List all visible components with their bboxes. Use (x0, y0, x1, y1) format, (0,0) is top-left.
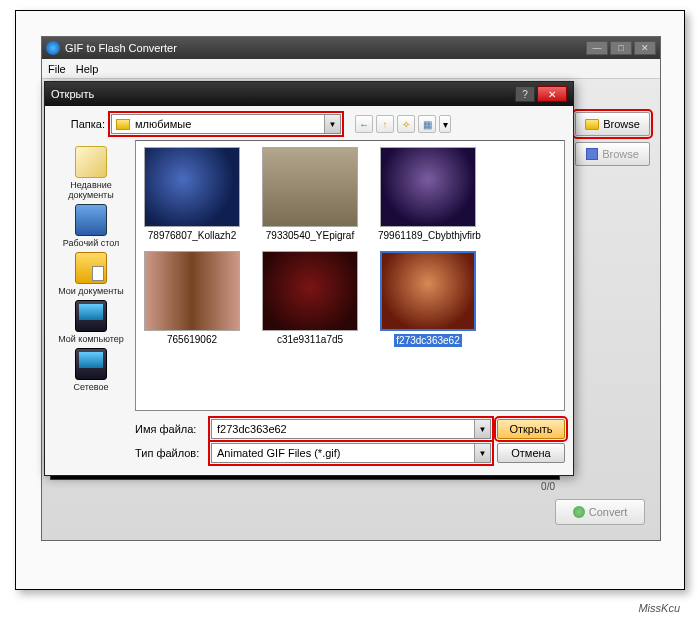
app-menubar: File Help (42, 59, 660, 79)
app-titlebar[interactable]: GIF to Flash Converter — □ ✕ (42, 37, 660, 59)
filename-label: Имя файла: (135, 423, 205, 435)
look-in-combo[interactable]: млюбимые ▼ (111, 114, 341, 134)
chevron-down-icon[interactable]: ▼ (474, 420, 490, 438)
filename-input[interactable]: f273dc363e62 ▼ (211, 419, 491, 439)
browse-button-1[interactable]: Browse (575, 112, 650, 136)
thumbnail-image (144, 251, 240, 331)
computer-icon (75, 300, 107, 332)
sidebar-network[interactable]: Сетевое (53, 348, 129, 392)
open-button[interactable]: Открыть (497, 419, 565, 439)
file-thumbnail[interactable]: 79330540_YEpigraf (260, 147, 360, 241)
dialog-title: Открыть (51, 88, 94, 100)
network-icon (75, 348, 107, 380)
cancel-button[interactable]: Отмена (497, 443, 565, 463)
watermark: MissKcu (638, 602, 680, 614)
convert-icon (573, 506, 585, 518)
places-sidebar: Недавние документы Рабочий стол Мои доку… (51, 142, 131, 417)
counter: 0/0 (541, 481, 555, 492)
folder-icon (585, 119, 599, 130)
filetype-label: Тип файлов: (135, 447, 205, 459)
folder-icon (116, 119, 130, 130)
browse-button-2[interactable]: Browse (575, 142, 650, 166)
thumbnail-image (380, 147, 476, 227)
documents-icon (75, 252, 107, 284)
maximize-button[interactable]: □ (610, 41, 632, 55)
chevron-down-icon[interactable]: ▼ (324, 115, 340, 133)
sidebar-desktop[interactable]: Рабочий стол (53, 204, 129, 248)
app-icon (46, 41, 60, 55)
recent-icon (75, 146, 107, 178)
look-in-value: млюбимые (135, 118, 191, 130)
filetype-select[interactable]: Animated GIF Files (*.gif) ▼ (211, 443, 491, 463)
dialog-help-button[interactable]: ? (515, 86, 535, 102)
look-in-label: Папка: (55, 118, 105, 130)
chevron-down-icon[interactable]: ▼ (474, 444, 490, 462)
back-icon[interactable]: ← (355, 115, 373, 133)
thumbnail-image (380, 251, 476, 331)
convert-button[interactable]: Convert (555, 499, 645, 525)
save-icon (586, 148, 598, 160)
view-menu-icon[interactable]: ▦ (418, 115, 436, 133)
sidebar-computer[interactable]: Мой компьютер (53, 300, 129, 344)
file-thumbnail-selected[interactable]: f273dc363e62 (378, 251, 478, 347)
file-thumbnail[interactable]: 765619062 (142, 251, 242, 347)
new-folder-icon[interactable]: ✧ (397, 115, 415, 133)
sidebar-documents[interactable]: Мои документы (53, 252, 129, 296)
close-button[interactable]: ✕ (634, 41, 656, 55)
menu-file[interactable]: File (48, 63, 66, 75)
open-dialog: Открыть ? ✕ Папка: млюбимые ▼ ← ↑ ✧ ▦ ▾ … (44, 81, 574, 476)
menu-help[interactable]: Help (76, 63, 99, 75)
dialog-titlebar[interactable]: Открыть ? ✕ (45, 82, 573, 106)
up-icon[interactable]: ↑ (376, 115, 394, 133)
thumbnail-image (262, 147, 358, 227)
files-area[interactable]: 78976807_Kollazh2 79330540_YEpigraf 7996… (135, 140, 565, 411)
thumbnail-image (144, 147, 240, 227)
file-thumbnail[interactable]: 78976807_Kollazh2 (142, 147, 242, 241)
dialog-close-button[interactable]: ✕ (537, 86, 567, 102)
app-title: GIF to Flash Converter (65, 42, 177, 54)
file-thumbnail[interactable]: 79961189_Cbybthjvfirb (378, 147, 478, 241)
desktop-icon (75, 204, 107, 236)
sidebar-recent[interactable]: Недавние документы (53, 146, 129, 200)
file-thumbnail[interactable]: c31e9311a7d5 (260, 251, 360, 347)
thumbnail-image (262, 251, 358, 331)
view-dropdown-icon[interactable]: ▾ (439, 115, 451, 133)
minimize-button[interactable]: — (586, 41, 608, 55)
